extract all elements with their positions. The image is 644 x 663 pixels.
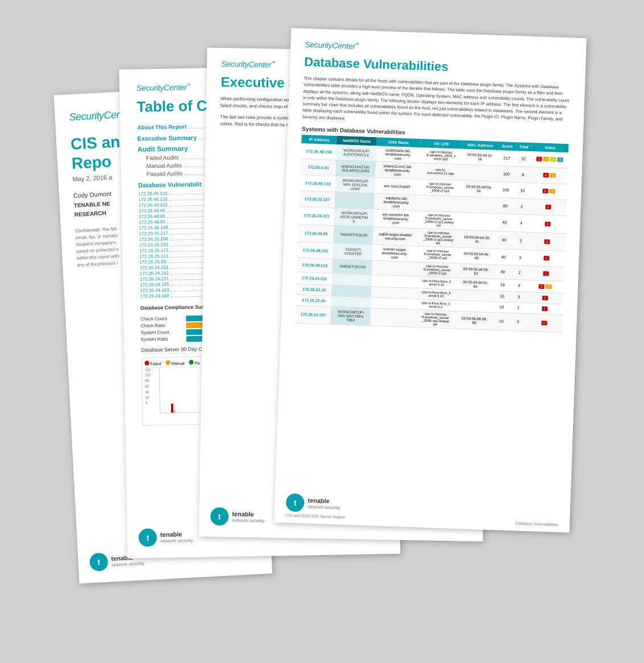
cell-mac bbox=[461, 164, 497, 181]
cell-dns: sapdemo.lab.tenablesecurity.com bbox=[374, 193, 419, 211]
cell-dns: solaris11vm2.lab.tenablesecurity.com bbox=[375, 161, 420, 179]
cell-total: 3 bbox=[512, 249, 527, 266]
cell-os: cpe:/o:microsoft:windows_server_2008::sp… bbox=[414, 309, 456, 329]
tenable-icon: t bbox=[89, 553, 108, 572]
cell-os: cpe:/o:microsoft:windows_server_2008:r2:… bbox=[416, 262, 458, 277]
cell-netbios: TARGET\SQL08 bbox=[333, 225, 373, 244]
cell-total: 2 bbox=[512, 265, 527, 280]
vuln-table: IP Address NetBIOS Name DNS Name OS CPE … bbox=[295, 135, 568, 333]
cell-mac: 00:50:56:bd:5c:6e bbox=[457, 277, 493, 291]
cell-vulns: 2 bbox=[527, 250, 565, 267]
cell-total: 9 bbox=[511, 279, 527, 292]
cell-dns: auditoracle.lab.tenablesecurity.com bbox=[376, 146, 421, 163]
cell-total: 3 bbox=[510, 291, 526, 303]
db-title: Database Vulnerabilities bbox=[304, 55, 571, 78]
col-score: Score bbox=[498, 142, 516, 151]
cell-total: 3 bbox=[512, 231, 528, 250]
cell-netbios: TARGET\SCCM bbox=[332, 259, 372, 274]
cell-dns bbox=[372, 260, 416, 276]
cell-ip: 172.26.24.221 bbox=[298, 206, 334, 225]
cell-score: 217 bbox=[497, 150, 516, 167]
cell-netbios: WORKGROUP\AUDITORACLE bbox=[336, 144, 376, 161]
col-total: Total bbox=[516, 142, 531, 151]
cell-mac: 00:50:56:a8:0a:04 bbox=[460, 180, 497, 197]
cell-vulns: 61 bbox=[530, 167, 568, 184]
cell-mac: 00:50:56:88:88:88 bbox=[456, 311, 493, 330]
cell-total: 10 bbox=[514, 182, 530, 198]
page-db: SecurityCenter™ Database Vulnerabilities… bbox=[273, 28, 586, 533]
cell-netbios: TARGET\VCENTER bbox=[333, 243, 373, 260]
cell-vulns: 1 bbox=[526, 303, 563, 314]
cell-ip: 172.26.22.44 bbox=[296, 295, 331, 306]
cell-total: 3 bbox=[509, 313, 525, 331]
cell-os: cpe:/o:linux:linux_kernel:3.10 bbox=[415, 288, 457, 300]
cell-netbios bbox=[331, 285, 371, 297]
cell-mac: 00:50:56:bd:28:3c bbox=[459, 230, 496, 248]
cell-vulns: 3 bbox=[529, 214, 566, 233]
cell-netbios: solaris11vm2.lab.SOLARIS11VM2 bbox=[335, 160, 376, 177]
cell-score: 100 bbox=[496, 181, 514, 198]
tenable-logo-exec: t tenable network security bbox=[210, 507, 264, 527]
cell-os: cpe:/o:sun:sunos:11:spa bbox=[419, 163, 461, 180]
cell-ip: 172.26.48.80 bbox=[298, 224, 334, 243]
cell-ip: 172.26.21.10 bbox=[296, 284, 331, 296]
cell-netbios: WORKGROUP\ARJR-SAMETIME bbox=[334, 208, 374, 226]
cell-os: cpe:/o:microsoft:windows_server_2008:r2:… bbox=[417, 210, 459, 230]
cell-dns bbox=[371, 275, 416, 288]
cell-os: cpe:/o:microsoft:windows_server_2008:r2:… bbox=[418, 179, 460, 196]
cell-vulns: 2 bbox=[526, 292, 563, 304]
cell-dns bbox=[370, 308, 415, 328]
cell-netbios bbox=[332, 273, 372, 286]
cell-ip: 172.26.48.123 bbox=[300, 175, 335, 192]
cell-ip: 172.26.48.115 bbox=[297, 258, 333, 273]
cell-mac bbox=[460, 196, 496, 213]
cell-os: cpe:/o:linux:linux_kernel:3.10 bbox=[416, 276, 458, 289]
cell-mac: 00:50:56:bd:4b:d8 bbox=[458, 247, 495, 264]
cell-total: 32 bbox=[515, 151, 531, 167]
tenable-icon-toc: t bbox=[138, 528, 157, 547]
cell-total: 2 bbox=[514, 198, 530, 214]
cell-netbios bbox=[331, 296, 371, 308]
cell-score: 10 bbox=[493, 291, 511, 302]
cell-vulns: 28193 bbox=[531, 151, 568, 168]
tenable-logo-toc: t tenable network security bbox=[138, 528, 193, 547]
cell-os: cpe:/o:microsoft:windows_2003_server:sp2 bbox=[419, 147, 462, 164]
db-intro: This chapter contains details for all th… bbox=[302, 75, 570, 129]
cell-dns: sql08.target.tenablesecurity.com bbox=[373, 227, 418, 246]
cell-score: 10 bbox=[492, 312, 510, 330]
cell-ip: 172.26.22.107 bbox=[295, 305, 331, 324]
page-footer-right: Database Vulnerabilities bbox=[515, 521, 558, 527]
cell-os bbox=[418, 194, 460, 212]
cell-dns: vcenter.target.tenablesecurity.com bbox=[372, 245, 417, 262]
cell-mac: 00:50:56:a6:55:63 bbox=[458, 263, 494, 279]
cell-ip: 172.26.48.102 bbox=[297, 242, 333, 259]
pages-container: SecurityCenter™ CIS an Repo May 2, 2016 … bbox=[67, 33, 578, 630]
cell-score: 100 bbox=[497, 165, 515, 182]
cell-os: cpe:/o:microsoft:windows_server_2008:r2:… bbox=[416, 246, 458, 263]
cell-score: 40 bbox=[494, 248, 512, 265]
cell-dns: win-1ea12valdrf bbox=[375, 177, 419, 195]
cell-score: 80 bbox=[496, 197, 514, 214]
cell-score: 40 bbox=[495, 213, 513, 231]
cell-ip: 172.26.24.251 bbox=[296, 272, 332, 285]
cell-netbios: WORKGROUP\WIN-1EA12VALDRF bbox=[335, 176, 375, 193]
cell-vulns: 2 bbox=[525, 313, 563, 332]
cell-vulns: 512 bbox=[526, 280, 564, 293]
page-footer-left: CIS and DISA SQL Server Report bbox=[285, 513, 345, 519]
cell-mac bbox=[459, 212, 496, 231]
cell-score: 10 bbox=[492, 301, 510, 313]
cell-score: 40 bbox=[495, 231, 513, 249]
tenable-icon-db: t bbox=[285, 493, 304, 512]
cell-mac: 00:50:56:bd:2c:16 bbox=[462, 149, 498, 166]
cell-vulns: 1 bbox=[527, 266, 564, 281]
cell-score: 40 bbox=[493, 264, 512, 279]
cell-os: cpe:/o:microsoft:windows_server_2008:r2:… bbox=[417, 228, 459, 247]
cell-os: cpe:/o:linux:linux_kernel:3.2 bbox=[414, 299, 456, 311]
cell-score: 19 bbox=[493, 279, 511, 291]
vuln-table-body: 172.26.48.158 WORKGROUP\AUDITORACLE audi… bbox=[295, 143, 568, 333]
tenable-logo-db: t tenable network security bbox=[285, 493, 340, 513]
cell-netbios: WORKGROUP\WIN-WN7Y8PAT8BX bbox=[330, 306, 371, 325]
cell-total: 8 bbox=[514, 166, 530, 183]
cell-vulns: 63 bbox=[530, 183, 567, 200]
tenable-icon-exec: t bbox=[210, 507, 228, 526]
